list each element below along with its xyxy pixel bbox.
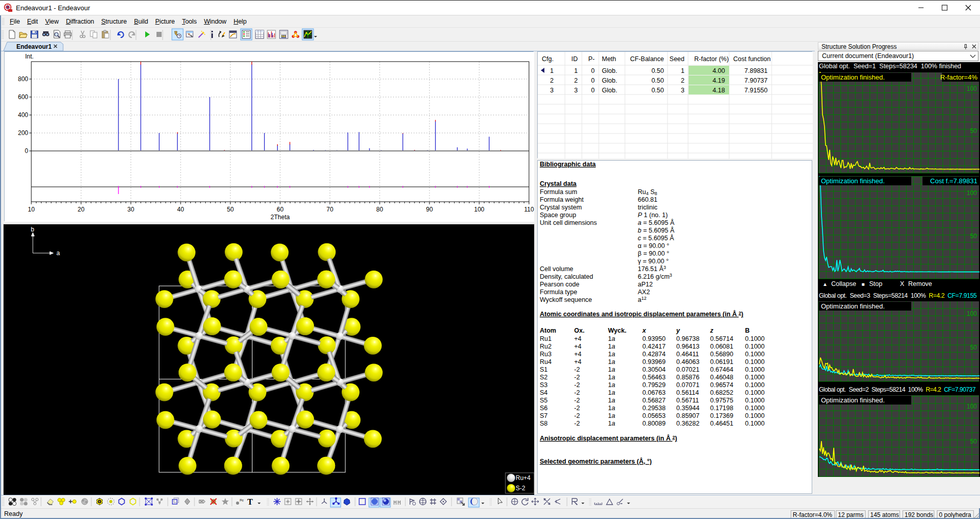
svg-text:0.07021: 0.07021 [676,366,699,373]
svg-text:1: 1 [574,67,578,74]
svg-text:1: 1 [681,67,684,74]
svg-text:0.85876: 0.85876 [676,374,699,381]
svg-text:2: 2 [550,77,554,84]
svg-text:110: 110 [524,206,534,213]
svg-text:0.1000: 0.1000 [745,374,765,381]
svg-text:Ru3: Ru3 [540,351,552,358]
svg-text:Ru2: Ru2 [540,343,552,350]
svg-text:0.50: 0.50 [652,77,664,84]
svg-text:0.46451: 0.46451 [710,420,733,427]
svg-text:Fe: Fe [240,498,244,502]
svg-text:100: 100 [474,206,484,213]
svg-text:Unit cell dimensions: Unit cell dimensions [540,219,597,226]
svg-text:x: x [642,327,646,334]
svg-text:50: 50 [227,206,234,213]
svg-text:660.81: 660.81 [638,196,657,203]
svg-text:100: 100 [967,403,977,410]
svg-text:3: 3 [681,87,684,94]
svg-text:2Theta: 2Theta [270,214,290,221]
svg-text:0.79529: 0.79529 [642,381,665,389]
svg-text:0.42417: 0.42417 [642,343,665,350]
svg-text:S-2: S-2 [516,485,525,492]
svg-text:0.07071: 0.07071 [676,381,699,389]
svg-text:0.67464: 0.67464 [710,366,733,373]
svg-text:100: 100 [967,310,977,317]
svg-text:0.93950: 0.93950 [642,335,665,342]
svg-text:a: a [56,249,60,257]
svg-text:-2: -2 [574,374,580,381]
svg-text:Density, calculated: Density, calculated [540,273,593,280]
svg-text:600: 600 [18,93,28,101]
svg-text:+4: +4 [574,351,581,358]
svg-text:hkl: hkl [281,34,286,38]
svg-text:1a: 1a [608,420,615,427]
svg-text:Crystal data: Crystal data [540,180,577,187]
svg-text:0: 0 [591,67,595,74]
svg-text:0.06081: 0.06081 [710,343,733,350]
svg-text:-2: -2 [574,381,580,389]
svg-text:50: 50 [970,344,977,351]
svg-text:90: 90 [426,206,433,213]
svg-text:0.17369: 0.17369 [710,412,733,419]
svg-text:0.29538: 0.29538 [642,405,665,412]
svg-text:Glob.: Glob. [602,77,617,84]
svg-text:0.56890: 0.56890 [710,351,733,358]
svg-text:0: 0 [25,147,28,155]
svg-text:Ru+4: Ru+4 [516,474,531,482]
svg-text:Atom: Atom [540,327,556,334]
svg-text:-2: -2 [574,420,580,427]
svg-text:Space group: Space group [540,212,576,219]
svg-text:2: 2 [681,77,684,84]
svg-text:0.93969: 0.93969 [642,358,665,366]
svg-text:S5: S5 [540,397,547,404]
svg-text:Formula weight: Formula weight [540,196,584,203]
svg-text:4.00: 4.00 [713,67,725,74]
svg-text:aP12: aP12 [638,281,653,288]
svg-text:1a: 1a [608,343,615,350]
svg-text:50: 50 [970,438,977,445]
svg-text:3: 3 [550,87,554,94]
svg-text:S2: S2 [540,374,547,381]
svg-text:Ru4 S8: Ru4 S8 [638,188,657,196]
svg-text:0.56463: 0.56463 [642,374,665,381]
svg-text:400: 400 [18,111,28,119]
svg-text:β = 90.00 °: β = 90.00 ° [638,250,669,257]
svg-text:-2: -2 [574,389,580,396]
svg-text:0.56114: 0.56114 [676,389,699,396]
svg-text:0.46063: 0.46063 [676,358,699,366]
svg-text:0.1000: 0.1000 [745,351,765,358]
svg-text:0.1000: 0.1000 [745,358,765,366]
svg-text:z: z [710,327,714,334]
svg-text:R-factor (%): R-factor (%) [694,55,729,63]
svg-text:0.06763: 0.06763 [642,389,665,396]
svg-text:1a: 1a [608,405,615,412]
svg-text:c = 5.6095 Å: c = 5.6095 Å [638,234,674,242]
svg-text:0.96413: 0.96413 [676,343,699,350]
svg-text:0.56711: 0.56711 [676,397,699,404]
svg-text:1a: 1a [608,366,615,373]
svg-text:Anisotropic displacement param: Anisotropic displacement parameters (in … [540,434,677,442]
svg-text:AX2: AX2 [638,289,650,296]
svg-text:Cost function: Cost function [733,55,771,63]
svg-text:P-: P- [589,55,595,63]
svg-text:70: 70 [326,206,334,213]
svg-text:Wyck.: Wyck. [608,327,626,334]
svg-text:a12: a12 [638,296,646,303]
svg-text:0.1000: 0.1000 [745,381,765,389]
svg-text:1: 1 [550,67,554,74]
svg-text:Ox.: Ox. [574,327,584,334]
svg-text:Seed: Seed [670,55,684,63]
svg-text:60: 60 [277,206,284,213]
svg-text:Glob.: Glob. [602,87,617,94]
svg-text:Formula type: Formula type [540,289,577,296]
svg-text:Crystal system: Crystal system [540,204,582,211]
svg-text:Bibliographic data: Bibliographic data [540,161,596,168]
svg-text:2: 2 [574,77,578,84]
svg-text:Pearson code: Pearson code [540,281,579,288]
svg-text:0.30504: 0.30504 [642,366,665,373]
svg-text:0.35944: 0.35944 [676,405,699,412]
svg-text:10: 10 [28,206,35,213]
svg-text:-2: -2 [574,412,580,419]
svg-text:S1: S1 [540,366,547,373]
svg-text:0.17198: 0.17198 [710,405,733,412]
